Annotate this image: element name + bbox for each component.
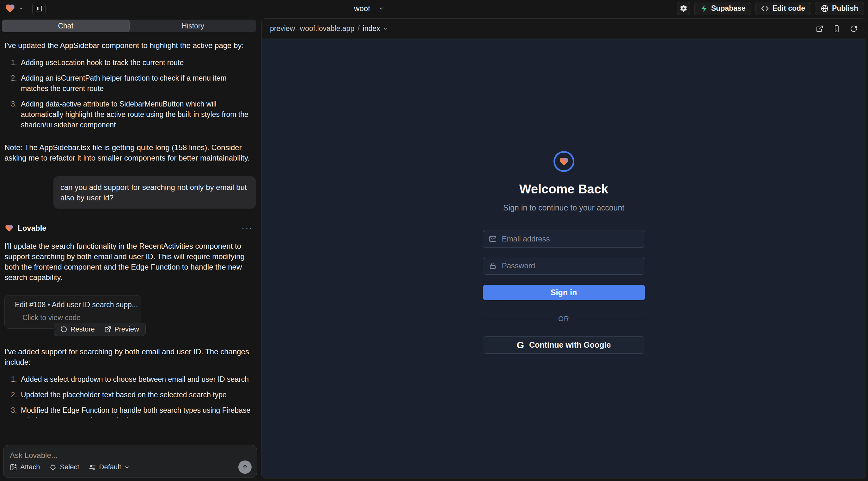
edit-code-card[interactable]: Edit #108 • Add user ID search supp... C… [4,295,141,329]
top-bar: woof Supabase Edit code Publish [0,0,868,17]
assistant-numbered-list: Added a select dropdown to choose betwee… [4,374,256,418]
preview-url-bar: preview--woof.lovable.app / index [262,19,866,39]
assistant-paragraph: I've added support for searching by both… [4,346,256,367]
assistant-paragraph: I've updated the AppSidebar component to… [4,40,256,51]
chat-message-list: I've updated the AppSidebar component to… [0,36,260,418]
supabase-icon [700,5,708,12]
lovable-heart-icon [4,3,16,13]
chevron-down-icon [378,6,384,11]
code-icon [761,5,769,12]
chat-history-tabs: Chat History [2,20,256,32]
supabase-button[interactable]: Supabase [694,2,752,15]
or-label: OR [553,315,575,323]
globe-icon [821,5,829,12]
publish-button[interactable]: Publish [815,2,864,15]
edit-card-subtitle: Click to view code [23,314,135,322]
chevron-down-icon [18,6,23,11]
lovable-logo-menu[interactable] [4,3,23,13]
select-button[interactable]: Select [49,463,79,471]
panel-left-icon [35,5,43,12]
list-item: Adding an isCurrentPath helper function … [19,73,256,94]
locate-icon [49,463,57,471]
or-divider: OR [483,315,645,323]
email-field-wrap [483,230,645,248]
assistant-header: Lovable ··· [4,223,256,233]
restore-preview-toolbar: Restore Preview [54,323,146,336]
open-in-new-tab-button[interactable] [816,25,824,33]
sign-in-button[interactable]: Sign in [483,285,645,300]
composer-input[interactable]: Ask Lovable... [10,451,250,460]
chevron-down-icon [124,464,130,470]
assistant-note: Note: The AppSidebar.tsx file is getting… [4,142,256,163]
message-more-button[interactable]: ··· [242,223,253,233]
page-subtitle: Sign in to continue to your account [503,203,625,212]
project-name: woof [354,4,370,13]
assistant-paragraph: I'll update the search functionality in … [4,241,256,283]
continue-with-google-button[interactable]: G Continue with Google [483,336,645,354]
arrow-up-icon [242,463,248,471]
refresh-button[interactable] [850,25,858,33]
signin-card: Welcome Back Sign in to continue to your… [483,151,645,354]
email-field[interactable] [483,230,645,248]
edit-card-title: Edit #108 • Add user ID search supp... [15,300,138,309]
chat-composer[interactable]: Ask Lovable... Attach Select Default [3,445,257,478]
image-plus-icon [10,463,17,471]
settings-button[interactable] [677,2,690,15]
list-item: Added a select dropdown to choose betwee… [19,374,256,385]
composer-toolbar: Attach Select Default [10,460,252,474]
publish-label: Publish [832,4,858,13]
preview-host: preview--woof.lovable.app [270,24,354,33]
preview-button[interactable]: Preview [104,325,139,333]
preview-panel: preview--woof.lovable.app / index [261,18,866,478]
user-message-bubble: can you add support for searching not on… [54,177,256,209]
lock-icon [489,262,497,269]
smartphone-icon [833,25,840,33]
assistant-name: Lovable [18,224,46,233]
edit-code-label: Edit code [772,4,805,13]
list-item: Updated the placeholder text based on th… [19,390,256,400]
lovable-heart-icon [4,224,14,233]
sidebar-toggle-button[interactable] [32,2,45,15]
external-link-icon [104,326,111,333]
list-item: Adding data-active attribute to SidebarM… [19,99,256,130]
google-g-icon: G [517,340,524,350]
edit-code-button[interactable]: Edit code [755,2,811,15]
app-preview-content: Welcome Back Sign in to continue to your… [262,39,866,478]
app-logo [554,151,575,172]
refresh-icon [850,25,858,33]
password-field[interactable] [483,257,645,275]
assistant-numbered-list: Adding useLocation hook to track the cur… [4,58,256,135]
mobile-view-button[interactable] [833,25,840,33]
chat-panel: Chat History I've updated the AppSidebar… [0,17,260,481]
list-item: Modified the Edge Function to handle bot… [19,405,256,418]
external-link-icon [816,25,824,33]
list-item: Adding useLocation hook to track the cur… [19,58,256,68]
sliders-icon [89,463,96,471]
page-selector[interactable]: index [363,24,388,33]
password-field-wrap [483,257,645,275]
rotate-ccw-icon [60,326,67,333]
heart-icon [559,156,569,166]
mail-icon [489,235,497,243]
page-title: Welcome Back [519,182,609,196]
restore-button[interactable]: Restore [60,325,95,333]
attach-button[interactable]: Attach [10,463,40,471]
chevron-down-icon [383,26,388,31]
supabase-label: Supabase [711,4,746,13]
project-menu[interactable]: woof [354,0,384,17]
tab-chat[interactable]: Chat [2,20,130,32]
url-separator: / [358,24,360,33]
tab-history[interactable]: History [130,20,257,32]
current-page: index [363,24,380,33]
send-button[interactable] [238,460,252,474]
gear-icon [680,4,687,12]
mode-selector[interactable]: Default [89,463,130,471]
